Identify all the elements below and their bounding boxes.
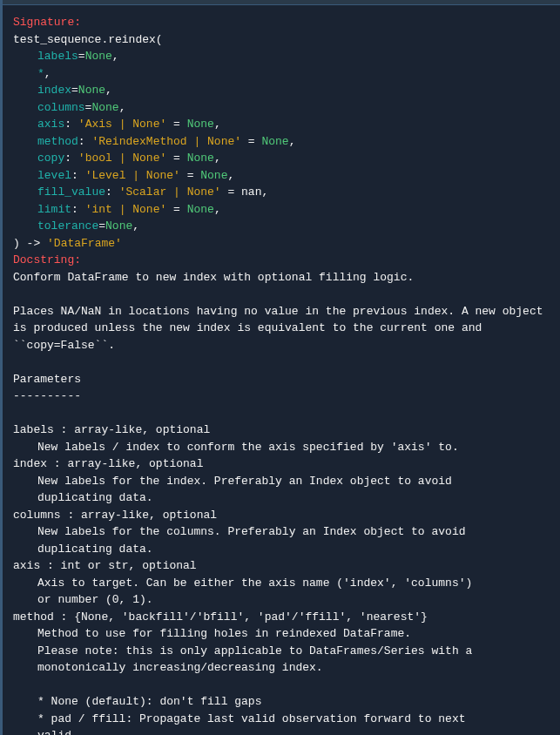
param-line: columns=None, [13, 99, 553, 117]
doc-param-desc: New labels for the index. Preferably an … [13, 473, 553, 490]
doc-param-name: index : array-like, optional [13, 455, 553, 473]
params-divider: ---------- [13, 388, 553, 405]
param-line: labels=None, [13, 48, 553, 65]
docstring-summary: Conform DataFrame to new index with opti… [13, 269, 553, 287]
docstring-description: Places NA/NaN in locations having no val… [13, 303, 553, 354]
doc-param-desc: valid. [13, 727, 553, 735]
doc-param-desc [13, 677, 553, 694]
signature-close: ) -> 'DataFrame' [13, 235, 553, 253]
blank-line [13, 354, 553, 371]
doc-param-desc: or number (0, 1). [13, 591, 553, 609]
doc-param-name: labels : array-like, optional [13, 421, 553, 439]
param-line: copy: 'bool | None' = None, [13, 150, 553, 167]
docstring-header: Docstring: [13, 252, 553, 269]
param-line: index=None, [13, 82, 553, 99]
signature-params: labels=None,*,index=None,columns=None,ax… [13, 48, 553, 235]
desc-line: ``copy=False``. [13, 337, 553, 354]
doc-param-name: method : {None, 'backfill'/'bfill', 'pad… [13, 609, 553, 626]
doc-param-name: columns : array-like, optional [13, 507, 553, 524]
doc-param-desc: Axis to target. Can be either the axis n… [13, 575, 553, 592]
doc-param-desc: * pad / ffill: Propagate last valid obse… [13, 711, 553, 728]
doc-viewer[interactable]: Signature: test_sequence.reindex( labels… [3, 5, 560, 735]
doc-param-desc: duplicating data. [13, 541, 553, 558]
function-name-line: test_sequence.reindex( [13, 31, 553, 49]
doc-param-desc: Method to use for filling holes in reind… [13, 625, 553, 643]
param-line: fill_value: 'Scalar | None' = nan, [13, 184, 553, 201]
blank-line [13, 286, 553, 303]
desc-line: Places NA/NaN in locations having no val… [13, 303, 553, 320]
params-header: Parameters [13, 371, 553, 388]
doc-param-name: axis : int or str, optional [13, 557, 553, 575]
doc-param-desc: duplicating data. [13, 489, 553, 507]
doc-param-desc: New labels for the columns. Preferably a… [13, 523, 553, 541]
docstring-params: labels : array-like, optionalNew labels … [13, 421, 553, 735]
doc-param-desc: Please note: this is only applicable to … [13, 643, 553, 660]
param-line: level: 'Level | None' = None, [13, 167, 553, 185]
doc-param-desc: * None (default): don't fill gaps [13, 693, 553, 711]
param-line: axis: 'Axis | None' = None, [13, 116, 553, 133]
doc-param-desc: monotonically increasing/decreasing inde… [13, 659, 553, 677]
doc-param-desc: New labels / index to conform the axis s… [13, 439, 553, 456]
param-line: *, [13, 65, 553, 83]
param-line: tolerance=None, [13, 218, 553, 235]
param-line: method: 'ReindexMethod | None' = None, [13, 133, 553, 151]
signature-header: Signature: [13, 14, 553, 31]
desc-line: is produced unless the new index is equi… [13, 320, 553, 337]
blank-line [13, 405, 553, 422]
param-line: limit: 'int | None' = None, [13, 201, 553, 219]
